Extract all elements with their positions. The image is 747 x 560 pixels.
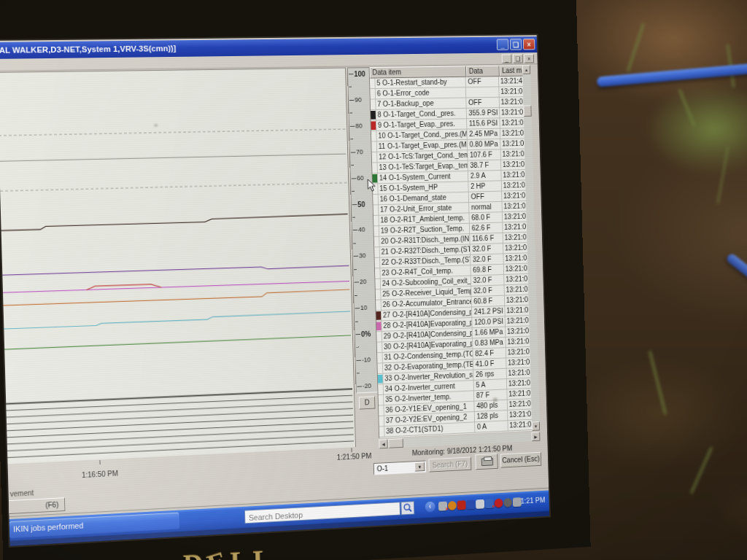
scroll-up-icon[interactable]: ▲ xyxy=(522,65,530,74)
network-computers-icon[interactable]: × xyxy=(485,499,494,508)
cell-last-time: 13:21:0 xyxy=(506,326,530,337)
mdi-restore-icon[interactable]: ❏ xyxy=(513,54,523,63)
ruler-minor-tick xyxy=(350,139,353,139)
scroll-down-icon[interactable]: ▼ xyxy=(532,421,540,431)
chart-series-green xyxy=(4,335,351,349)
cell-data-value: 2.45 MPa xyxy=(467,129,500,139)
ruler-major-tick xyxy=(356,334,361,335)
row-number: 6 xyxy=(377,90,381,98)
series-swatch-cell xyxy=(376,332,382,342)
column-header-data[interactable]: Data xyxy=(466,66,500,77)
series-swatch-cell xyxy=(379,395,384,405)
row-item-name: O-1-TeS:Target_Evap._temp. xyxy=(388,161,468,171)
chevron-down-icon[interactable]: ▼ xyxy=(414,462,425,471)
restore-icon[interactable]: ❏ xyxy=(510,39,522,50)
series-swatch-cell xyxy=(376,289,382,300)
data-table: Data item Data Last m 5 O-1-Restart_stan… xyxy=(369,65,540,438)
ruler-label: 10 xyxy=(360,304,376,311)
display-icon[interactable] xyxy=(476,499,484,509)
cell-data-value: 2.9 A xyxy=(468,171,502,181)
cell-data-value: 0.80 MPa xyxy=(468,139,501,149)
tray-collapse-icon[interactable]: ‹ xyxy=(425,502,436,513)
scroll-left-icon[interactable]: ◀ xyxy=(379,439,387,448)
printer-icon xyxy=(481,458,494,466)
print-button[interactable] xyxy=(475,454,498,470)
cell-data-value: 32.0 F xyxy=(471,285,505,296)
mouse-cursor xyxy=(367,179,376,192)
series-swatch-cell xyxy=(378,374,384,384)
ruler-major-tick xyxy=(355,308,360,308)
mdi-close-icon[interactable]: × xyxy=(524,54,534,63)
cell-last-time: 13:21:0 xyxy=(502,201,526,211)
ruler-major-tick xyxy=(355,282,360,283)
ruler-minor-tick xyxy=(356,347,359,348)
chart-series-cluster-3 xyxy=(7,402,353,417)
row-item-name: O-1-System_HP xyxy=(389,183,438,192)
scheduler-icon[interactable] xyxy=(503,498,512,508)
series-swatch-cell xyxy=(372,152,378,163)
cancel-button[interactable]: Cancel (Esc) xyxy=(500,452,541,468)
cell-data-value: 62.6 F xyxy=(470,222,503,233)
row-item-name: O-2-Y2E:EV_opening_2 xyxy=(395,413,468,424)
row-number: 18 xyxy=(380,216,388,224)
cell-data-value: 120.0 PSI xyxy=(472,316,506,327)
search-button[interactable]: Search (F7) xyxy=(428,456,471,472)
row-number: 25 xyxy=(382,290,390,298)
cell-data-item: 9 O-1-Target_Evap._pres. xyxy=(376,119,467,131)
row-number: 17 xyxy=(380,206,388,214)
cell-last-time: 13:21:0 xyxy=(500,128,525,139)
series-swatch-cell xyxy=(378,384,384,394)
network-offline-icon[interactable]: × xyxy=(438,502,447,511)
close-icon[interactable]: × xyxy=(523,39,535,50)
update-icon[interactable] xyxy=(448,501,457,510)
pdf-icon[interactable] xyxy=(457,500,466,510)
d-button[interactable]: D xyxy=(359,396,376,409)
series-swatch-cell xyxy=(371,99,376,109)
row-item-name: O-2-Inverter_current xyxy=(394,382,454,392)
cell-last-time: 13:21:0 xyxy=(500,97,524,107)
row-number: 29 xyxy=(384,332,392,340)
search-go-button[interactable] xyxy=(400,501,414,515)
row-item-name: O-1-System_Current xyxy=(389,172,451,182)
ruler-label: -10 xyxy=(362,356,378,364)
series-swatch-cell xyxy=(372,163,378,173)
row-number: 32 xyxy=(384,364,392,372)
row-number: 13 xyxy=(379,163,387,171)
x-axis-label-start: 1:16:50 PM xyxy=(70,469,130,480)
series-swatch-cell xyxy=(379,416,384,427)
row-item-name: O-2-[R410A]Condensing_pre xyxy=(392,329,473,340)
f6-button[interactable]: (F6) xyxy=(0,497,65,516)
cell-data-item: 12 O-1-TcS:Target_Cond._temp xyxy=(377,150,468,162)
unit-select[interactable]: O-1 ▼ xyxy=(374,460,426,475)
scroll-right-icon[interactable]: ▶ xyxy=(531,432,540,441)
cell-data-value: 0 A xyxy=(475,421,508,432)
cell-data-value: normal xyxy=(469,202,503,213)
cell-data-value: 1.66 MPa xyxy=(473,327,506,338)
ruler-label: 100 xyxy=(354,70,370,78)
desktop-search-icon[interactable] xyxy=(466,500,475,510)
cell-data-value: 26 rps xyxy=(473,369,507,380)
cell-last-time: 13:21:0 xyxy=(505,306,529,316)
row-number: 12 xyxy=(379,153,387,161)
row-number: 26 xyxy=(382,300,390,308)
row-number: 20 xyxy=(381,237,389,245)
cell-last-time: 13:21:0 xyxy=(500,139,525,149)
row-number: 37 xyxy=(386,416,394,424)
row-number: 31 xyxy=(384,353,392,361)
row-item-name: O-1-Demand_state xyxy=(389,193,446,203)
row-number: 14 xyxy=(379,174,387,182)
cell-data-value: 32.0 F xyxy=(471,254,504,265)
ruler-major-tick xyxy=(352,204,357,205)
scrollbar-thumb[interactable] xyxy=(523,105,531,116)
partial-label: vement xyxy=(10,489,34,498)
antivirus-icon[interactable] xyxy=(494,498,503,508)
series-swatch-cell xyxy=(379,405,384,416)
column-header-last-m[interactable]: Last m xyxy=(499,65,523,77)
mdi-minimize-icon[interactable]: _ xyxy=(502,54,512,63)
minimize-icon[interactable]: _ xyxy=(497,39,509,50)
ruler-minor-tick xyxy=(349,87,352,88)
cell-data-item: 8 O-1-Target_Cond._pres. xyxy=(376,109,467,120)
chart-series-dashed-upper-gray xyxy=(0,129,345,136)
series-swatch-cell xyxy=(371,110,376,120)
scrollbar-thumb[interactable] xyxy=(388,438,403,448)
